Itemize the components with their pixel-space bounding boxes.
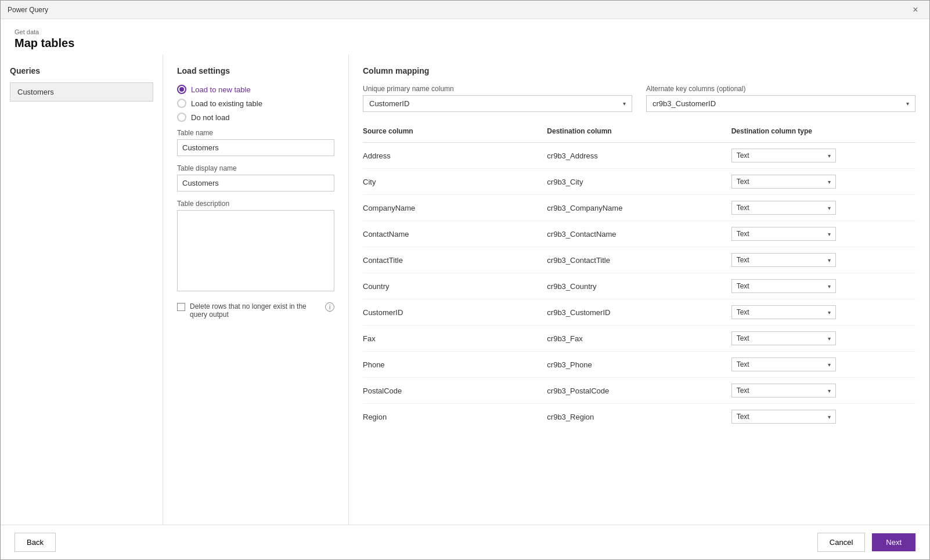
destination-column-value: cr9b3_Phone [547, 360, 731, 369]
type-chevron-icon: ▾ [828, 309, 831, 316]
table-row: Region cr9b3_Region Text ▾ [363, 404, 915, 429]
footer: Back Cancel Next [1, 525, 929, 559]
type-value: Text [737, 334, 749, 342]
radio-circle-new-table [177, 85, 186, 94]
destination-column-value: cr9b3_Region [547, 413, 731, 421]
type-chevron-icon: ▾ [828, 283, 831, 290]
source-column-value: City [363, 178, 547, 186]
destination-type-dropdown[interactable]: Text ▾ [731, 410, 836, 424]
load-settings-title: Load settings [177, 66, 334, 75]
table-description-label: Table description [177, 200, 334, 208]
radio-do-not-load[interactable]: Do not load [177, 113, 334, 122]
destination-column-value: cr9b3_City [547, 178, 731, 186]
source-column-value: PostalCode [363, 386, 547, 395]
info-icon: i [325, 302, 334, 312]
mapping-rows-container: Address cr9b3_Address Text ▾ City cr9b3_… [363, 143, 915, 429]
destination-type-dropdown[interactable]: Text ▾ [731, 253, 836, 267]
type-value: Text [737, 308, 749, 316]
get-data-label: Get data [15, 28, 915, 35]
load-settings-panel: Load settings Load to new table Load to … [163, 55, 349, 525]
footer-right: Cancel Next [817, 533, 915, 552]
radio-label-new-table: Load to new table [191, 85, 251, 94]
table-display-name-label: Table display name [177, 164, 334, 172]
table-row: Phone cr9b3_Phone Text ▾ [363, 352, 915, 378]
delete-rows-checkbox[interactable] [177, 303, 185, 311]
radio-label-existing-table: Load to existing table [191, 99, 262, 108]
destination-column-value: cr9b3_Address [547, 151, 731, 160]
unique-primary-dropdown[interactable]: CustomerID ▾ [363, 95, 632, 112]
type-value: Text [737, 256, 749, 264]
table-row: CompanyName cr9b3_CompanyName Text ▾ [363, 195, 915, 221]
source-column-value: ContactTitle [363, 256, 547, 265]
dropdowns-row: Unique primary name column CustomerID ▾ … [363, 85, 915, 112]
delete-rows-label: Delete rows that no longer exist in the … [190, 302, 320, 319]
type-chevron-icon: ▾ [828, 388, 831, 394]
destination-type-dropdown[interactable]: Text ▾ [731, 227, 836, 241]
radio-load-new-table[interactable]: Load to new table [177, 85, 334, 94]
source-column-value: Country [363, 282, 547, 291]
radio-circle-do-not-load [177, 113, 186, 122]
type-value: Text [737, 230, 749, 238]
page-header: Get data Map tables [1, 19, 929, 55]
alternate-key-label: Alternate key columns (optional) [646, 85, 915, 93]
table-row: ContactName cr9b3_ContactName Text ▾ [363, 221, 915, 247]
unique-primary-group: Unique primary name column CustomerID ▾ [363, 85, 632, 112]
destination-type-dropdown[interactable]: Text ▾ [731, 149, 836, 162]
destination-type-dropdown[interactable]: Text ▾ [731, 201, 836, 215]
type-chevron-icon: ▾ [828, 205, 831, 211]
unique-primary-chevron-icon: ▾ [623, 100, 626, 107]
window-title: Power Query [8, 6, 48, 14]
type-chevron-icon: ▾ [828, 414, 831, 420]
source-column-value: ContactName [363, 230, 547, 239]
destination-column-value: cr9b3_PostalCode [547, 386, 731, 395]
radio-circle-existing-table [177, 99, 186, 108]
radio-group: Load to new table Load to existing table… [177, 85, 334, 122]
close-button[interactable]: × [909, 3, 922, 17]
power-query-window: Power Query × Get data Map tables Querie… [0, 0, 930, 560]
alternate-key-dropdown[interactable]: cr9b3_CustomerID ▾ [646, 95, 915, 112]
title-bar: Power Query × [1, 1, 929, 19]
destination-column-value: cr9b3_ContactTitle [547, 256, 731, 265]
cancel-button[interactable]: Cancel [817, 533, 865, 552]
destination-type-dropdown[interactable]: Text ▾ [731, 279, 836, 293]
table-name-group: Table name [177, 129, 334, 156]
query-item-customers[interactable]: Customers [10, 82, 153, 102]
queries-panel: Queries Customers [1, 55, 163, 525]
type-value: Text [737, 413, 749, 421]
source-column-value: Region [363, 413, 547, 421]
destination-type-dropdown[interactable]: Text ▾ [731, 305, 836, 319]
type-value: Text [737, 178, 749, 186]
table-row: PostalCode cr9b3_PostalCode Text ▾ [363, 378, 915, 404]
alternate-key-group: Alternate key columns (optional) cr9b3_C… [646, 85, 915, 112]
radio-load-existing-table[interactable]: Load to existing table [177, 99, 334, 108]
type-value: Text [737, 386, 749, 395]
source-column-value: Fax [363, 334, 547, 343]
table-name-input[interactable] [177, 139, 334, 156]
table-display-name-input[interactable] [177, 175, 334, 192]
table-row: Country cr9b3_Country Text ▾ [363, 273, 915, 299]
next-button[interactable]: Next [872, 533, 915, 551]
destination-column-value: cr9b3_Country [547, 282, 731, 291]
table-description-textarea[interactable] [177, 210, 334, 291]
table-row: ContactTitle cr9b3_ContactTitle Text ▾ [363, 247, 915, 273]
table-row: CustomerID cr9b3_CustomerID Text ▾ [363, 299, 915, 326]
column-mapping-title: Column mapping [363, 66, 915, 75]
table-row: Address cr9b3_Address Text ▾ [363, 143, 915, 169]
type-value: Text [737, 282, 749, 290]
destination-type-dropdown[interactable]: Text ▾ [731, 175, 836, 189]
destination-column-value: cr9b3_Fax [547, 334, 731, 343]
type-chevron-icon: ▾ [828, 335, 831, 342]
type-chevron-icon: ▾ [828, 179, 831, 185]
alternate-key-chevron-icon: ▾ [906, 100, 909, 107]
type-value: Text [737, 360, 749, 368]
destination-type-dropdown[interactable]: Text ▾ [731, 384, 836, 398]
unique-primary-value: CustomerID [369, 99, 409, 108]
destination-column-value: cr9b3_CustomerID [547, 308, 731, 317]
destination-type-dropdown[interactable]: Text ▾ [731, 331, 836, 345]
back-button[interactable]: Back [15, 533, 56, 552]
source-column-value: CompanyName [363, 204, 547, 212]
destination-type-dropdown[interactable]: Text ▾ [731, 357, 836, 371]
radio-label-do-not-load: Do not load [191, 113, 230, 122]
table-name-label: Table name [177, 129, 334, 137]
column-mapping-panel: Column mapping Unique primary name colum… [349, 55, 929, 525]
